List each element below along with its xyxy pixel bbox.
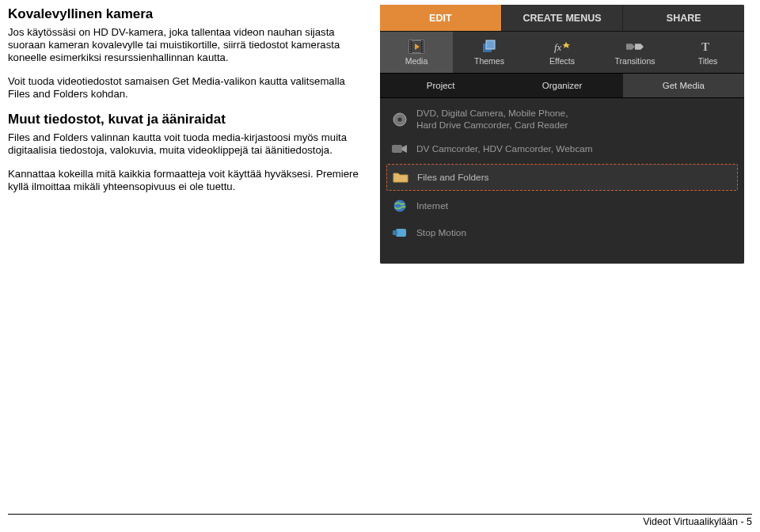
tab-edit[interactable]: EDIT [380,5,501,31]
stop-motion-icon [391,224,408,241]
svg-point-9 [422,41,424,43]
source-stop-motion[interactable]: Stop Motion [380,219,744,246]
highlighted-option: Files and Folders [386,164,738,191]
source-files-folders[interactable]: Files and Folders [387,165,737,190]
themes-icon [481,39,498,55]
paragraph: Voit tuoda videotiedostot samaisen Get M… [8,75,366,101]
toolbar-label: Media [405,56,428,66]
fx-icon: fx [553,39,571,55]
toolbar-media[interactable]: Media [380,32,453,73]
svg-rect-16 [486,40,495,49]
camcorder-icon [391,140,408,158]
toolbar-label: Transitions [615,56,656,66]
paragraph: Kannattaa kokeilla mitä kaikkia formaatt… [8,168,366,193]
svg-point-10 [422,44,424,45]
source-label: Files and Folders [417,172,488,184]
heading-other-files: Muut tiedostot, kuvat ja ääniraidat [8,112,366,128]
svg-text:T: T [701,40,709,53]
toolbar-effects[interactable]: fx Effects [526,32,598,73]
svg-point-5 [410,44,412,45]
source-dvd-camera[interactable]: DVD, Digital Camera, Mobile Phone, Hard … [380,103,744,135]
get-media-source-list: DVD, Digital Camera, Mobile Phone, Hard … [380,98,744,264]
svg-text:fx: fx [554,41,562,53]
folder-icon [392,169,409,186]
transitions-icon [626,39,644,55]
source-internet[interactable]: Internet [380,192,744,219]
source-label: Internet [416,200,448,212]
svg-marker-23 [402,145,407,153]
toolbar-themes[interactable]: Themes [453,32,526,73]
paragraph: Jos käytössäsi on HD DV-kamera, joka tal… [8,26,366,64]
toolbar-label: Themes [474,56,504,66]
tab-share[interactable]: SHARE [622,5,744,31]
top-tab-bar: EDIT CREATE MENUS SHARE [380,5,744,31]
tab-create-menus[interactable]: CREATE MENUS [501,5,623,31]
screenshot-panel: EDIT CREATE MENUS SHARE [380,0,750,264]
article-left-column: Kovalevyllinen kamera Jos käytössäsi on … [0,0,380,264]
source-label: Stop Motion [416,227,466,239]
svg-point-6 [410,46,412,48]
subtab-project[interactable]: Project [380,74,501,97]
footer-text: Videot Virtuaalikylään - 5 [643,516,752,527]
source-label: DVD, Digital Camera, Mobile Phone, Hard … [416,108,568,131]
filmstrip-icon [408,39,425,55]
disc-icon [391,111,408,128]
globe-icon [391,197,408,215]
svg-point-8 [410,51,412,52]
svg-point-7 [410,48,412,50]
toolbar-titles[interactable]: T Titles [671,32,744,73]
heading-camera: Kovalevyllinen kamera [8,6,366,23]
svg-point-11 [422,46,424,48]
toolbar-transitions[interactable]: Transitions [598,32,671,73]
page-footer: Videot Virtuaalikylään - 5 [8,514,752,527]
source-label: DV Camcorder, HDV Camcorder, Webcam [416,143,593,155]
toolbar-label: Titles [698,56,718,66]
svg-point-21 [398,117,402,121]
icon-toolbar: Media Themes fx [380,31,744,73]
svg-rect-26 [393,230,397,235]
titles-icon: T [699,39,716,55]
subtab-organizer[interactable]: Organizer [501,74,622,97]
svg-rect-22 [392,145,402,153]
svg-point-4 [410,41,412,43]
svg-point-12 [422,48,424,50]
sub-tab-bar: Project Organizer Get Media [380,73,744,98]
paragraph: Files and Folders valinnan kautta voit t… [8,131,366,157]
source-dv-camcorder[interactable]: DV Camcorder, HDV Camcorder, Webcam [380,135,744,162]
svg-point-13 [422,51,424,52]
premiere-elements-panel: EDIT CREATE MENUS SHARE [380,5,744,264]
subtab-get-media[interactable]: Get Media [623,74,744,97]
toolbar-label: Effects [549,56,575,66]
svg-point-24 [394,200,406,212]
